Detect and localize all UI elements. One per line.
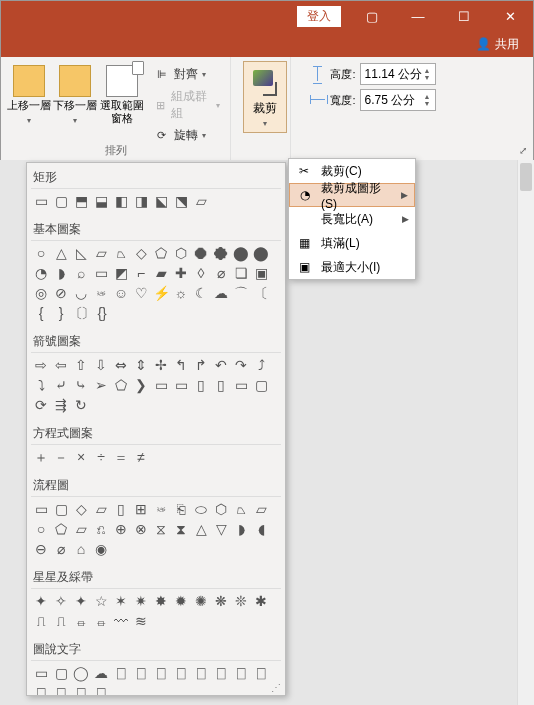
shape-cloud[interactable]: ☁ [212,284,230,302]
shape-l-shape[interactable]: ⌐ [132,264,150,282]
shape-dbl-brace[interactable]: { } [92,304,110,322]
shape-can[interactable]: ⌀ [212,264,230,282]
shape-fc-internal[interactable]: ⊞ [132,500,150,518]
shape-arc[interactable]: ⌒ [232,284,250,302]
shape-star24[interactable]: ❊ [232,592,250,610]
shape-fc-alt[interactable]: ▢ [52,500,70,518]
shape-plus[interactable]: ＋ [32,448,50,466]
send-backward-button[interactable]: 下移一層 ▾ [53,61,97,127]
shape-fc-stored[interactable]: ◗ [232,520,250,538]
shape-divide[interactable]: ÷ [92,448,110,466]
shape-fc-collate[interactable]: ⧖ [152,520,170,538]
shape-round-diag[interactable]: ⬔ [172,192,190,210]
shape-fc-tape[interactable]: ⎌ [92,520,110,538]
shape-ribbon[interactable]: ⎍ [32,612,50,630]
shape-rt-triangle[interactable]: ◺ [72,244,90,262]
shape-arrow-curved[interactable]: ⤴ [252,356,270,374]
shape-pie[interactable]: ◔ [32,264,50,282]
shape-star4[interactable]: ✦ [72,592,90,610]
shape-arrow-callout-q[interactable]: ▢ [252,376,270,394]
shape-octagon[interactable]: ⯄ [212,244,230,262]
shape-arrow-bent2[interactable]: ↱ [192,356,210,374]
shape-arrow-5[interactable]: ⇶ [52,396,70,414]
shape-arrow-bent[interactable]: ↰ [172,356,190,374]
login-button[interactable]: 登入 [297,6,341,27]
shape-not-equal[interactable]: ≠ [132,448,150,466]
shape-pentagon[interactable]: ⬠ [152,244,170,262]
shape-arrow-6[interactable]: ↻ [72,396,90,414]
shape-fc-seq[interactable]: ⊖ [32,540,50,558]
window-restore-small-icon[interactable]: ▢ [349,1,395,31]
selection-pane-button[interactable]: 選取範圍窗格 [99,61,143,125]
shape-callout-a2[interactable]: ⎕ [52,684,70,696]
shape-arrow-callout-d[interactable]: ▯ [212,376,230,394]
shape-arrow-lr[interactable]: ⇔ [112,356,130,374]
shape-trapezoid[interactable]: ⏢ [112,244,130,262]
shape-fc-decision[interactable]: ◇ [72,500,90,518]
shape-callout-round[interactable]: ▢ [52,664,70,682]
shape-fc-delay[interactable]: ◖ [252,520,270,538]
shape-round2[interactable]: ⬕ [152,192,170,210]
shape-folded[interactable]: ⎃ [92,284,110,302]
shape-arrow-l[interactable]: ⇦ [52,356,70,374]
shape-scroll-h[interactable]: ⏛ [92,612,110,630]
shape-teardrop[interactable]: ⌕ [72,264,90,282]
shape-heart[interactable]: ♡ [132,284,150,302]
shape-hexagon[interactable]: ⬡ [172,244,190,262]
shape-fc-prep[interactable]: ⬡ [212,500,230,518]
shape-callout-cloud[interactable]: ☁ [92,664,110,682]
shape-fc-display[interactable]: ◉ [92,540,110,558]
shape-explosion1[interactable]: ✦ [32,592,50,610]
shape-callout-a4[interactable]: ⎕ [92,684,110,696]
shape-brace-r[interactable]: } [52,304,70,322]
window-maximize-icon[interactable]: ☐ [441,1,487,31]
shape-fc-predef[interactable]: ▯ [112,500,130,518]
shape-cross[interactable]: ✚ [172,264,190,282]
shape-arrow-callout-l[interactable]: ▭ [172,376,190,394]
shape-bevel[interactable]: ▣ [252,264,270,282]
panel-resize-icon[interactable]: ⋰ [271,682,281,693]
scroll-thumb[interactable] [520,163,532,191]
shape-moon[interactable]: ☾ [192,284,210,302]
shape-fc-extract[interactable]: △ [192,520,210,538]
shape-arrow-quad[interactable]: ✢ [152,356,170,374]
shape-dwave[interactable]: ≋ [132,612,150,630]
shape-fc-multidoc[interactable]: ⎗ [172,500,190,518]
shape-chord[interactable]: ◗ [52,264,70,282]
spinner-icon[interactable]: ▲▼ [424,93,431,107]
shape-arrow-c2[interactable]: ⤵ [32,376,50,394]
shape-arrow-chev[interactable]: ❯ [132,376,150,394]
shape-fc-doc[interactable]: ⎃ [152,500,170,518]
shape-callout-2[interactable]: ⎕ [132,664,150,682]
shape-fc-magdisk[interactable]: ⌀ [52,540,70,558]
shape-star6[interactable]: ✶ [112,592,130,610]
shape-round-same[interactable]: ▱ [192,192,210,210]
shape-smiley[interactable]: ☺ [112,284,130,302]
shape-diamond[interactable]: ◇ [132,244,150,262]
shape-diag-stripe[interactable]: ▰ [152,264,170,282]
shape-decagon[interactable]: ⬤ [232,244,250,262]
shape-arrow-r[interactable]: ⇨ [32,356,50,374]
crop-button[interactable]: 裁剪 ▾ [243,61,287,133]
shape-callout-a3[interactable]: ⎕ [72,684,90,696]
shape-arrow-pent[interactable]: ⬠ [112,376,130,394]
shape-fc-sum[interactable]: ⊕ [112,520,130,538]
ribbon-expand-icon[interactable]: ⤢ [519,145,527,156]
shape-callout-b1[interactable]: ⎕ [192,664,210,682]
shape-callout-oval[interactable]: ◯ [72,664,90,682]
shape-cube[interactable]: ❏ [232,264,250,282]
shape-explosion2[interactable]: ✧ [52,592,70,610]
shape-donut[interactable]: ◎ [32,284,50,302]
shape-fc-sort[interactable]: ⧗ [172,520,190,538]
width-input[interactable]: 6.75 公分 ▲▼ [360,89,436,111]
menu-fit[interactable]: ▣ 最適大小(I) [289,255,415,279]
shape-snip1[interactable]: ⬒ [72,192,90,210]
height-input[interactable]: 11.14 公分 ▲▼ [360,63,436,85]
shape-dodecagon[interactable]: ⬤ [252,244,270,262]
shape-arrow-notch[interactable]: ➢ [92,376,110,394]
shape-oval[interactable]: ○ [32,244,50,262]
shape-arrow-callout-lr[interactable]: ▭ [232,376,250,394]
shape-scroll-v[interactable]: ⏛ [72,612,90,630]
share-button[interactable]: 共用 [495,36,519,53]
shape-arrow-c3[interactable]: ⤶ [52,376,70,394]
